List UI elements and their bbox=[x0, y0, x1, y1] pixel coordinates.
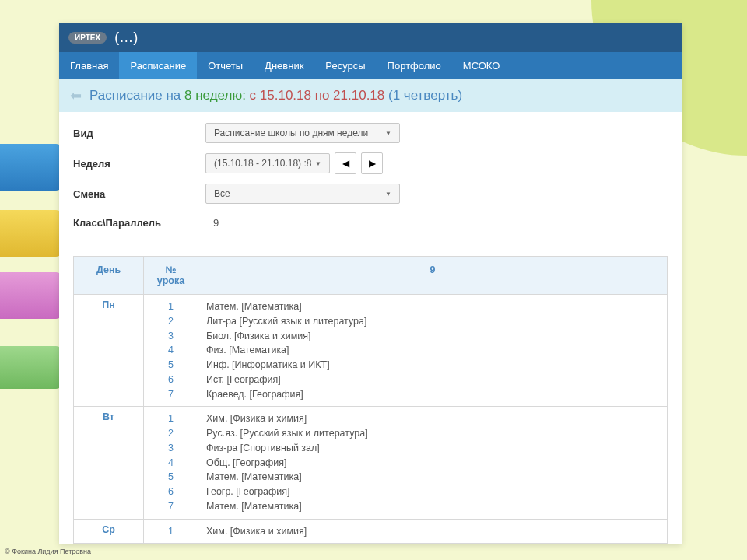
col-header-lesson-no: № урока bbox=[144, 257, 198, 295]
subject-entry: Общ. [География] bbox=[206, 456, 659, 471]
view-select[interactable]: Расписание школы по дням недели ▼ bbox=[205, 123, 400, 143]
week-next-button[interactable]: ▶ bbox=[361, 152, 383, 174]
week-select[interactable]: (15.10.18 - 21.10.18) :8 ▼ bbox=[205, 153, 330, 173]
table-row: Вт1234567Хим. [Физика и химия]Рус.яз. [Р… bbox=[74, 407, 668, 519]
subject-entry: Матем. [Математика] bbox=[206, 299, 659, 314]
title-daterange: с 15.10.18 по 21.10.18 bbox=[250, 88, 388, 103]
filter-row-view: Вид Расписание школы по дням недели ▼ bbox=[73, 123, 668, 143]
lesson-number: 4 bbox=[152, 456, 190, 471]
lesson-number: 5 bbox=[152, 358, 190, 373]
decor-ribbon-green bbox=[0, 346, 62, 389]
filter-row-class: Класс\Параллель 9 bbox=[73, 213, 668, 233]
subject-entry: Инф. [Информатика и ИКТ] bbox=[206, 358, 659, 373]
arrow-left-icon: ◀ bbox=[342, 158, 349, 169]
filter-label-shift: Смена bbox=[73, 188, 205, 200]
nav-item-3[interactable]: Дневник bbox=[254, 52, 314, 79]
lesson-number: 1 bbox=[152, 524, 190, 539]
shift-select[interactable]: Все ▼ bbox=[205, 184, 400, 204]
main-nav: ГлавнаяРасписаниеОтчетыДневникРесурсыПор… bbox=[59, 52, 682, 79]
subjects-cell: Хим. [Физика и химия] bbox=[198, 519, 668, 544]
filter-label-week: Неделя bbox=[73, 158, 205, 170]
app-header: ИРТЕХ (…) bbox=[59, 23, 682, 52]
view-select-value: Расписание школы по дням недели bbox=[214, 128, 368, 138]
title-prefix: Расписание на bbox=[89, 88, 184, 103]
lesson-numbers-cell: 1234567 bbox=[144, 407, 198, 519]
class-value: 9 bbox=[205, 213, 226, 233]
filters-panel: Вид Расписание школы по дням недели ▼ Не… bbox=[59, 112, 682, 253]
lesson-number: 1 bbox=[152, 299, 190, 314]
app-title-suffix: (…) bbox=[114, 30, 138, 46]
subject-entry: Лит-ра [Русский язык и литература] bbox=[206, 314, 659, 329]
lesson-number: 4 bbox=[152, 343, 190, 358]
subject-entry: Рус.яз. [Русский язык и литература] bbox=[206, 426, 659, 441]
lesson-number: 7 bbox=[152, 499, 190, 514]
col-header-class: 9 bbox=[198, 257, 668, 295]
title-quarter: (1 четверть) bbox=[388, 88, 462, 103]
filter-label-view: Вид bbox=[73, 128, 205, 139]
nav-item-4[interactable]: Ресурсы bbox=[314, 52, 376, 79]
subject-entry: Хим. [Физика и химия] bbox=[206, 524, 659, 539]
arrow-right-icon: ▶ bbox=[369, 158, 376, 169]
lesson-number: 6 bbox=[152, 373, 190, 387]
lesson-numbers-cell: 1234567 bbox=[144, 295, 198, 407]
lesson-number: 3 bbox=[152, 329, 190, 344]
nav-item-5[interactable]: Портфолио bbox=[377, 52, 452, 79]
lesson-number: 7 bbox=[152, 387, 190, 402]
nav-item-2[interactable]: Отчеты bbox=[197, 52, 254, 79]
subject-entry: Хим. [Физика и химия] bbox=[206, 411, 659, 426]
lesson-number: 2 bbox=[152, 314, 190, 329]
subject-entry: Физ-ра [Спортивный зал] bbox=[206, 441, 659, 456]
chevron-down-icon: ▼ bbox=[385, 130, 391, 137]
table-row: Ср1Хим. [Физика и химия] bbox=[74, 519, 668, 544]
shift-select-value: Все bbox=[214, 188, 230, 199]
subject-entry: Ист. [География] bbox=[206, 373, 659, 387]
filter-label-class: Класс\Параллель bbox=[73, 217, 205, 229]
subject-entry: Матем. [Математика] bbox=[206, 499, 659, 514]
app-window: ИРТЕХ (…) ГлавнаяРасписаниеОтчетыДневник… bbox=[59, 23, 682, 544]
lesson-number: 3 bbox=[152, 441, 190, 456]
filter-row-week: Неделя (15.10.18 - 21.10.18) :8 ▼ ◀ ▶ bbox=[73, 152, 668, 174]
decor-ribbon-blue bbox=[0, 144, 62, 191]
lesson-number: 5 bbox=[152, 470, 190, 485]
subject-entry: Краевед. [География] bbox=[206, 387, 659, 402]
lesson-number: 1 bbox=[152, 411, 190, 426]
subjects-cell: Матем. [Математика]Лит-ра [Русский язык … bbox=[198, 295, 668, 407]
chevron-down-icon: ▼ bbox=[315, 160, 321, 167]
nav-item-6[interactable]: МСОКО bbox=[452, 52, 511, 79]
logo-badge: ИРТЕХ bbox=[68, 32, 107, 44]
back-arrow-icon[interactable]: ⬅ bbox=[70, 87, 82, 104]
day-cell: Вт bbox=[74, 407, 144, 519]
lesson-number: 2 bbox=[152, 426, 190, 441]
schedule-table: День № урока 9 Пн1234567Матем. [Математи… bbox=[73, 256, 668, 544]
col-header-day: День bbox=[74, 257, 144, 295]
subject-entry: Матем. [Математика] bbox=[206, 470, 659, 485]
day-cell: Пн bbox=[74, 295, 144, 407]
decor-ribbon-yellow bbox=[0, 210, 62, 257]
subject-entry: Физ. [Математика] bbox=[206, 343, 659, 358]
title-week: 8 неделю: bbox=[184, 88, 250, 103]
page-title-bar: ⬅ Расписание на 8 неделю: с 15.10.18 по … bbox=[59, 79, 682, 112]
week-prev-button[interactable]: ◀ bbox=[335, 152, 356, 174]
subject-entry: Геогр. [География] bbox=[206, 485, 659, 499]
page-title: Расписание на 8 неделю: с 15.10.18 по 21… bbox=[89, 88, 462, 103]
lesson-numbers-cell: 1 bbox=[144, 519, 198, 544]
filter-row-shift: Смена Все ▼ bbox=[73, 184, 668, 204]
footer-credit: © Фокина Лидия Петровна bbox=[5, 548, 91, 555]
week-select-value: (15.10.18 - 21.10.18) :8 bbox=[214, 158, 311, 169]
nav-item-1[interactable]: Расписание bbox=[119, 52, 197, 79]
lesson-number: 6 bbox=[152, 485, 190, 499]
table-header-row: День № урока 9 bbox=[74, 257, 668, 295]
day-cell: Ср bbox=[74, 519, 144, 544]
nav-item-0[interactable]: Главная bbox=[59, 52, 119, 79]
decor-ribbon-pink bbox=[0, 272, 62, 319]
subject-entry: Биол. [Физика и химия] bbox=[206, 329, 659, 344]
subjects-cell: Хим. [Физика и химия]Рус.яз. [Русский яз… bbox=[198, 407, 668, 519]
table-row: Пн1234567Матем. [Математика]Лит-ра [Русс… bbox=[74, 295, 668, 407]
chevron-down-icon: ▼ bbox=[385, 191, 391, 198]
